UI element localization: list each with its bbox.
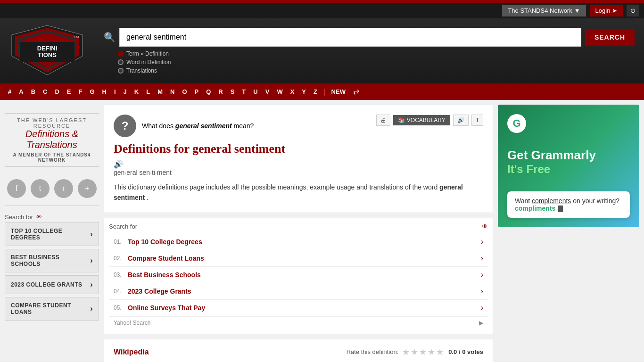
- alpha-a[interactable]: A: [16, 84, 26, 99]
- font-size-button[interactable]: T: [471, 115, 483, 126]
- alpha-w[interactable]: W: [273, 84, 286, 99]
- sidebar-item-compare-loans[interactable]: COMPARE STUDENT LOANS ›: [5, 297, 99, 321]
- search-item-num-4: 05.: [114, 304, 128, 311]
- yahoo-label: Yahoo! Search: [114, 320, 151, 326]
- alpha-u[interactable]: U: [250, 84, 261, 99]
- definition-header-left: ? What does general sentiment mean?: [114, 115, 254, 137]
- search-area: 🔍 SEARCH Term » Definition Word in Defin…: [104, 28, 635, 74]
- search-widget-item-4[interactable]: 05. Online Surveys That Pay ›: [109, 300, 488, 316]
- radio-label-2: Word in Definition: [126, 59, 171, 66]
- definition-card: ? What does general sentiment mean? 🖨 📚 …: [104, 105, 493, 213]
- audio-button[interactable]: 🔊: [453, 115, 469, 126]
- wiki-title-row: Wikipedia Rate this definition: ★★★★★ 0.…: [114, 347, 483, 357]
- search-item-text-4: Online Surveys That Pay: [128, 304, 481, 312]
- audio-play-icon[interactable]: 🔊: [114, 160, 123, 168]
- alpha-y[interactable]: Y: [298, 84, 309, 99]
- sidebar-tagline: The Web's Largest Resource: [5, 117, 99, 129]
- more-icon[interactable]: +: [78, 179, 97, 198]
- right-ad: G Get Grammarly It's Free Want complemen…: [498, 105, 639, 362]
- grammarly-cursor: [558, 206, 563, 212]
- alpha-c[interactable]: C: [40, 84, 50, 99]
- alpha-r[interactable]: R: [215, 84, 226, 99]
- search-widget-item-3[interactable]: 04. 2023 College Grants ›: [109, 283, 488, 300]
- facebook-icon[interactable]: f: [7, 179, 26, 198]
- sidebar-arrow-2: ›: [90, 280, 93, 289]
- search-widget-item-2[interactable]: 03. Best Business Schools ›: [109, 267, 488, 283]
- search-button[interactable]: SEARCH: [585, 29, 635, 46]
- search-item-num-1: 02.: [114, 255, 128, 262]
- grammarly-headline: Get Grammarly: [507, 148, 630, 163]
- wiki-score: 0.0 / 0 votes: [448, 348, 483, 355]
- radio-dot-inactive-1: [118, 59, 124, 65]
- sidebar-item-label-3: COMPARE STUDENT LOANS: [11, 302, 90, 315]
- alpha-v[interactable]: V: [262, 84, 273, 99]
- alpha-d[interactable]: D: [51, 84, 62, 99]
- search-widget-item-1[interactable]: 02. Compare Student Loans ›: [109, 250, 488, 267]
- definition-title: Definitions for general sentiment: [114, 142, 483, 156]
- alpha-k[interactable]: K: [131, 84, 142, 99]
- login-icon: ➤: [612, 7, 617, 14]
- vocabulary-button[interactable]: 📚 VOCABULARY: [393, 115, 450, 125]
- alpha-s[interactable]: S: [227, 84, 238, 99]
- alpha-i[interactable]: I: [111, 84, 119, 99]
- search-row: 🔍 SEARCH: [104, 28, 635, 47]
- grammarly-popup-text: Want: [515, 197, 532, 205]
- search-widget-item-0[interactable]: 01. Top 10 College Degrees ›: [109, 234, 488, 250]
- member-line-text: A MEMBER OF THE: [13, 152, 64, 157]
- search-input[interactable]: [119, 28, 581, 47]
- wikipedia-link[interactable]: Wikipedia: [114, 348, 149, 356]
- social-icons: f t r +: [5, 175, 99, 202]
- shuffle-icon[interactable]: ⇄: [350, 83, 363, 100]
- print-button[interactable]: 🖨: [376, 115, 390, 126]
- twitter-icon[interactable]: t: [31, 179, 50, 198]
- svg-text:DEFINI: DEFINI: [37, 45, 58, 52]
- what-does-text: What does general sentiment mean?: [142, 122, 254, 130]
- sidebar-item-top-college[interactable]: TOP 10 COLLEGE DEGREES ›: [5, 222, 99, 246]
- alpha-t[interactable]: T: [239, 84, 249, 99]
- reddit-icon[interactable]: r: [54, 179, 73, 198]
- alpha-q[interactable]: Q: [203, 84, 214, 99]
- svg-text:TM: TM: [74, 35, 79, 39]
- nav-new[interactable]: NEW: [328, 84, 349, 99]
- sidebar-member-line: A MEMBER OF THE STANDS4 NETWORK: [5, 152, 99, 163]
- alpha-g[interactable]: G: [86, 84, 98, 99]
- search-options: Term » Definition Word in Definition Tra…: [118, 50, 635, 74]
- wiki-stars[interactable]: ★★★★★: [402, 347, 445, 357]
- alpha-j[interactable]: J: [120, 84, 130, 99]
- grammarly-text: Get Grammarly It's Free: [507, 148, 630, 176]
- radio-translations[interactable]: Translations: [118, 67, 635, 74]
- alpha-l[interactable]: L: [143, 84, 153, 99]
- sidebar-item-college-grants[interactable]: 2023 COLLEGE GRANTS ›: [5, 275, 99, 294]
- search-icon: 🔍: [104, 32, 116, 43]
- search-item-arrow-3: ›: [481, 287, 483, 296]
- network-button[interactable]: The STANDS4 Network ▼: [502, 5, 586, 16]
- alpha-x[interactable]: X: [287, 84, 298, 99]
- radio-dot-active: [118, 51, 124, 57]
- history-button[interactable]: ⊙: [627, 5, 639, 16]
- sidebar-search-label: Search for 👁: [5, 210, 99, 222]
- alpha-z[interactable]: Z: [310, 84, 321, 99]
- alpha-h[interactable]: H: [99, 84, 110, 99]
- definition-period: .: [147, 194, 149, 201]
- alpha-p[interactable]: P: [191, 84, 202, 99]
- alpha-m[interactable]: M: [154, 84, 166, 99]
- chevron-down-icon: ▼: [574, 7, 580, 14]
- sidebar-item-best-business[interactable]: BEST BUSINESS SCHOOLS ›: [5, 249, 99, 272]
- alpha-e[interactable]: E: [64, 84, 74, 99]
- alpha-b[interactable]: B: [28, 84, 39, 99]
- search-item-num-2: 03.: [114, 272, 128, 278]
- sidebar-arrow-1: ›: [90, 256, 93, 265]
- radio-word-in-definition[interactable]: Word in Definition: [118, 59, 635, 66]
- login-button[interactable]: Login ➤: [590, 5, 623, 16]
- sidebar-item-label-0: TOP 10 COLLEGE DEGREES: [11, 228, 90, 241]
- grammarly-ad[interactable]: G Get Grammarly It's Free Want complemen…: [498, 105, 639, 227]
- main-layout: The Web's Largest Resource Definitions &…: [0, 100, 644, 362]
- yahoo-arrow-icon: ▶: [479, 320, 483, 326]
- alpha-o[interactable]: O: [179, 84, 190, 99]
- header: DEFINI TIONS TM 🔍 SEARCH Term » Definiti…: [0, 18, 644, 83]
- definition-header: ? What does general sentiment mean? 🖨 📚 …: [114, 115, 483, 137]
- radio-term-definition[interactable]: Term » Definition: [118, 50, 635, 57]
- alpha-f[interactable]: F: [75, 84, 85, 99]
- alpha-n[interactable]: N: [167, 84, 178, 99]
- alpha-hash[interactable]: #: [5, 84, 15, 99]
